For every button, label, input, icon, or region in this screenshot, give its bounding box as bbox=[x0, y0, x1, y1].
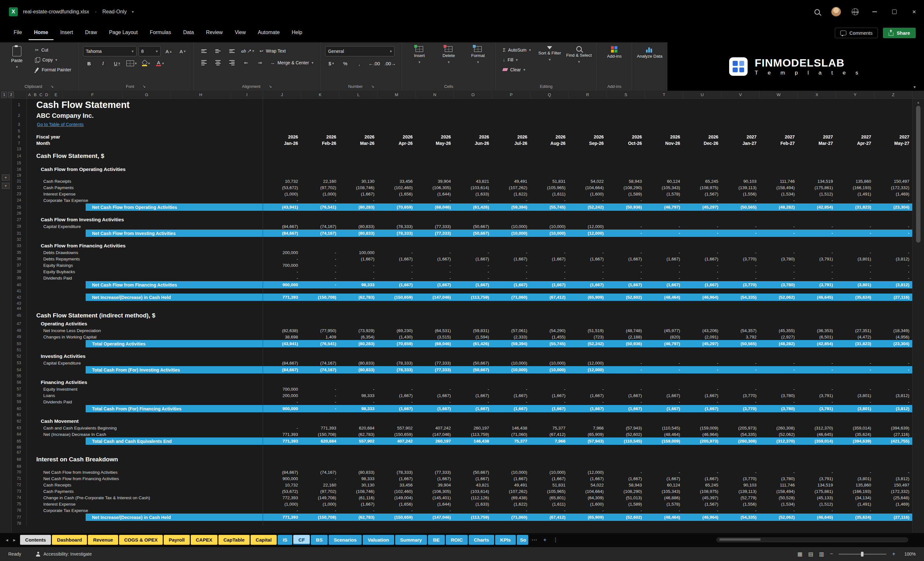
cell[interactable]: (46,964) bbox=[683, 294, 722, 301]
cell[interactable]: (10,000) bbox=[531, 366, 568, 374]
cell[interactable]: 2026 bbox=[301, 134, 339, 140]
row-label-cell[interactable] bbox=[27, 450, 263, 455]
cell[interactable]: (78,333) bbox=[378, 469, 416, 476]
cell[interactable]: - bbox=[760, 507, 798, 513]
cell[interactable]: - bbox=[301, 476, 339, 482]
cell[interactable]: (64,309) bbox=[568, 495, 607, 501]
menu-review[interactable]: Review bbox=[201, 26, 228, 40]
row-label-cell[interactable] bbox=[27, 160, 263, 165]
row-number[interactable]: 53 bbox=[12, 360, 27, 366]
cell[interactable]: (1,667) bbox=[645, 256, 683, 262]
cell[interactable]: (394,639) bbox=[874, 425, 912, 431]
row-number[interactable]: 77 bbox=[12, 513, 27, 521]
row-number[interactable]: 41 bbox=[12, 288, 27, 294]
cell[interactable]: - bbox=[722, 223, 760, 230]
cell[interactable]: - bbox=[607, 386, 645, 392]
row-number[interactable]: 6 bbox=[12, 134, 27, 140]
cell[interactable]: - bbox=[683, 262, 722, 268]
cell[interactable]: (147,046) bbox=[416, 513, 454, 521]
cell[interactable]: - bbox=[798, 507, 836, 513]
cell[interactable]: (54,357) bbox=[722, 327, 760, 334]
cell[interactable]: (1,611) bbox=[531, 501, 568, 507]
cell[interactable]: (3,801) bbox=[836, 256, 874, 262]
cell[interactable]: - bbox=[836, 399, 874, 405]
cell[interactable]: (3,780) bbox=[760, 256, 798, 262]
cell[interactable]: (139,113) bbox=[722, 488, 760, 495]
cell[interactable]: (2,188) bbox=[607, 334, 645, 340]
cell[interactable]: (105,343) bbox=[645, 488, 683, 495]
row-number[interactable]: 56 bbox=[12, 379, 27, 386]
row-label-cell[interactable]: Cash Flow Statement (indirect method), $ bbox=[27, 311, 263, 320]
cell[interactable]: (27,351) bbox=[836, 327, 874, 334]
cell[interactable]: (1,644) bbox=[416, 191, 454, 197]
cell[interactable]: (106,305) bbox=[416, 184, 454, 191]
row-label-cell[interactable]: Corporate Tax Expense bbox=[27, 197, 263, 204]
cell[interactable]: (106,305) bbox=[416, 488, 454, 495]
row-number[interactable]: 64 bbox=[12, 431, 27, 438]
cell[interactable]: - bbox=[531, 249, 568, 256]
cell[interactable]: (59,831) bbox=[454, 327, 492, 334]
cell[interactable]: (150,659) bbox=[378, 431, 416, 438]
cell[interactable]: 150,497 bbox=[874, 482, 912, 488]
cell[interactable]: - bbox=[301, 275, 339, 281]
align-center-button[interactable] bbox=[212, 58, 224, 68]
cell[interactable]: (45,355) bbox=[760, 327, 798, 334]
cell[interactable]: 2027 bbox=[874, 134, 912, 140]
cell[interactable]: (113,759) bbox=[454, 431, 492, 438]
cell[interactable]: 43,821 bbox=[454, 482, 492, 488]
row-label-cell[interactable] bbox=[27, 521, 263, 526]
cell[interactable]: (62,783) bbox=[339, 294, 378, 301]
cell[interactable]: (84,667) bbox=[263, 366, 301, 374]
row-number[interactable]: 44 bbox=[12, 306, 27, 311]
cell[interactable]: - bbox=[722, 399, 760, 405]
cell[interactable]: (80,283) bbox=[339, 204, 378, 211]
menu-automate[interactable]: Automate bbox=[252, 26, 285, 40]
cell[interactable]: (50,667) bbox=[454, 469, 492, 476]
row-label-cell[interactable]: Fiscal year bbox=[27, 134, 263, 140]
title-chevron-down-icon[interactable]: ▾ bbox=[132, 9, 134, 14]
cell[interactable]: - bbox=[683, 197, 722, 204]
cell[interactable]: 54,022 bbox=[568, 178, 607, 184]
row-number[interactable]: 14 bbox=[12, 152, 27, 160]
row-label-cell[interactable]: Dividends Paid bbox=[27, 275, 263, 281]
cell[interactable]: - bbox=[301, 405, 339, 412]
account-avatar[interactable] bbox=[826, 0, 846, 24]
cell[interactable]: - bbox=[645, 223, 683, 230]
cell[interactable]: - bbox=[836, 197, 874, 204]
cut-button[interactable]: ✂Cut bbox=[33, 45, 74, 54]
cell[interactable]: (52,062) bbox=[760, 294, 798, 301]
cell[interactable]: (1,567) bbox=[683, 191, 722, 197]
row-number[interactable]: 16 bbox=[12, 165, 27, 173]
row-number[interactable]: 39 bbox=[12, 275, 27, 281]
cell[interactable]: - bbox=[454, 268, 492, 275]
cell[interactable]: - bbox=[301, 281, 339, 288]
row-number[interactable]: 33 bbox=[12, 242, 27, 249]
cell[interactable]: - bbox=[531, 507, 568, 513]
cell[interactable]: - bbox=[607, 268, 645, 275]
cell[interactable]: (42,854) bbox=[798, 340, 836, 347]
row-number[interactable]: 40 bbox=[12, 281, 27, 288]
cell[interactable]: (46,797) bbox=[645, 204, 683, 211]
cell[interactable]: 111,746 bbox=[760, 178, 798, 184]
cell[interactable]: (12,000) bbox=[568, 223, 607, 230]
search-button[interactable] bbox=[807, 0, 826, 24]
cell[interactable]: - bbox=[798, 268, 836, 275]
cell[interactable]: - bbox=[722, 386, 760, 392]
cell[interactable]: Feb-26 bbox=[301, 140, 339, 147]
cell[interactable]: (65,909) bbox=[568, 294, 607, 301]
cell[interactable]: 38,698 bbox=[263, 334, 301, 340]
align-right-button[interactable] bbox=[226, 58, 238, 68]
column-header-A[interactable]: A bbox=[27, 91, 33, 98]
cell[interactable]: (1,667) bbox=[568, 256, 607, 262]
cell[interactable]: (102,460) bbox=[378, 184, 416, 191]
cell[interactable]: - bbox=[760, 223, 798, 230]
cell[interactable]: 75,377 bbox=[492, 438, 531, 445]
row-number[interactable]: 75 bbox=[12, 501, 27, 507]
cell[interactable]: 200,000 bbox=[263, 249, 301, 256]
outline-expand-button[interactable]: + bbox=[2, 174, 9, 180]
sheet-tab-payroll[interactable]: Payroll bbox=[164, 535, 190, 545]
cell[interactable]: 260,197 bbox=[416, 438, 454, 445]
font-dialog-launcher[interactable]: ↘ bbox=[142, 84, 146, 88]
row-label-cell[interactable]: Net Income Less Depreciation bbox=[27, 327, 263, 334]
cell[interactable]: (1,667) bbox=[378, 392, 416, 399]
